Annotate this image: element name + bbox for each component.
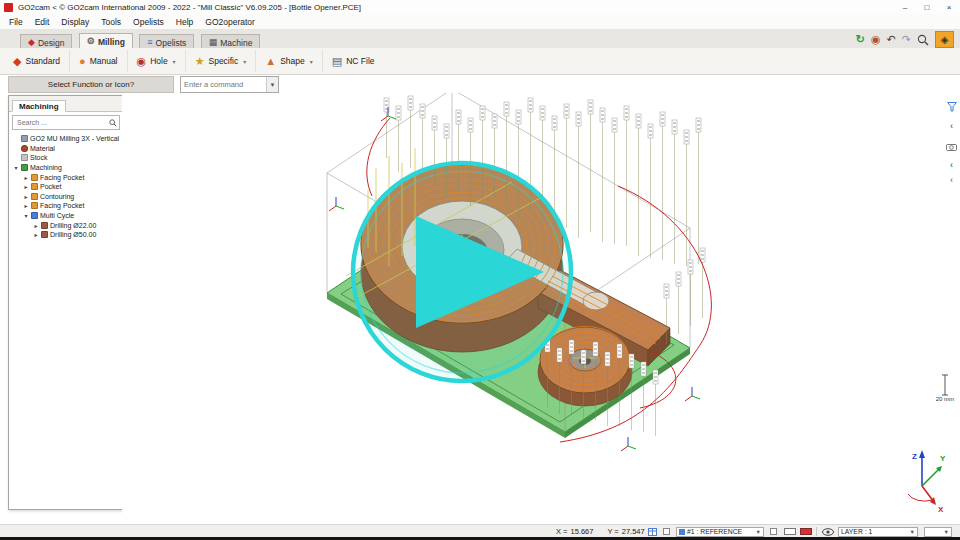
caret-collapsed-icon[interactable]: ▸ — [33, 222, 39, 229]
reference-dropdown[interactable]: #1 : REFERENCE ▼ — [676, 527, 764, 537]
active-view-tool-button[interactable]: ◈ — [935, 31, 954, 48]
menu-opelists[interactable]: Opelists — [127, 17, 170, 27]
extra-dropdown[interactable]: ▼ — [924, 527, 952, 537]
caret-expanded-icon[interactable]: ▾ — [23, 212, 29, 219]
tree-item-facing-pocket[interactable]: ▸ Facing Pocket — [9, 172, 123, 182]
drilling-icon — [41, 222, 48, 229]
chevron-down-icon[interactable]: ▼ — [266, 77, 278, 92]
color-swatch-red[interactable] — [800, 528, 812, 535]
zoom-icon[interactable] — [917, 34, 929, 46]
specific-icon: ★ — [195, 56, 205, 67]
button-label: Manual — [90, 56, 118, 66]
scale-label: 20 mm — [936, 396, 954, 402]
reference-icon — [679, 529, 685, 535]
menu-edit[interactable]: Edit — [29, 17, 56, 27]
pocket-icon — [31, 183, 38, 190]
machine-icon: ▦ — [209, 38, 218, 47]
tree-item-drilling-22[interactable]: ▸ Drilling Ø22.00 — [9, 220, 123, 230]
machining-icon — [21, 164, 28, 171]
tree-item-material[interactable]: Material — [9, 144, 123, 154]
reference-checkbox[interactable] — [663, 528, 670, 535]
standard-button[interactable]: ◆ Standard — [4, 50, 70, 72]
manual-button[interactable]: ● Manual — [70, 50, 128, 72]
x-label: X = — [556, 527, 567, 536]
tab-label: Opelists — [156, 38, 187, 48]
machining-panel: Machining GO2 MU Milling 3X - Vertical M… — [8, 95, 124, 510]
color-checkbox[interactable] — [770, 528, 777, 535]
caret-expanded-icon[interactable]: ▾ — [13, 164, 19, 171]
tree-item-pocket[interactable]: ▸ Pocket — [9, 182, 123, 192]
tree-item-label: Multi Cycle — [40, 212, 74, 219]
chevron-left-gray-icon[interactable]: ‹ — [950, 176, 953, 185]
milling-icon: ⚙ — [87, 37, 95, 46]
caret-collapsed-icon[interactable]: ▸ — [23, 174, 29, 181]
command-combobox[interactable]: ▼ — [180, 76, 279, 93]
refresh-icon[interactable]: ↻ — [856, 34, 865, 45]
drilling-icon — [41, 231, 48, 238]
tab-machining-panel[interactable]: Machining — [12, 100, 66, 112]
tree-item-label: Facing Pocket — [40, 202, 84, 209]
y-label: Y = — [607, 527, 618, 536]
caret-collapsed-icon[interactable]: ▸ — [33, 231, 39, 238]
camera-icon[interactable] — [946, 137, 957, 155]
tree-item-multi-cycle[interactable]: ▾ Multi Cycle — [9, 211, 123, 221]
tree-item-machining[interactable]: ▾ Machining — [9, 163, 123, 173]
tree-item-label: Facing Pocket — [40, 174, 84, 181]
facing-pocket-icon — [31, 174, 38, 181]
caret-collapsed-icon[interactable]: ▸ — [23, 193, 29, 200]
menu-tools[interactable]: Tools — [95, 17, 127, 27]
tab-label: Design — [38, 38, 64, 48]
y-value: 27.547 — [622, 527, 645, 536]
menu-display[interactable]: Display — [55, 17, 95, 27]
tree-item-drilling-50[interactable]: ▸ Drilling Ø50.00 — [9, 230, 123, 240]
tree-search-box[interactable] — [12, 115, 120, 130]
color-swatch-white[interactable] — [784, 528, 796, 535]
status-bar: X =15.667 Y =27.547 #1 : REFERENCE ▼ LAY… — [0, 524, 960, 538]
specific-button[interactable]: ★ Specific ▾ — [186, 50, 257, 72]
chevron-left-blue-icon[interactable]: ‹ — [950, 122, 953, 131]
menu-go2operator[interactable]: GO2operator — [199, 17, 261, 27]
select-tool-icon[interactable]: ◉ — [871, 34, 881, 45]
menu-file[interactable]: File — [3, 17, 29, 27]
tree-item-label: Contouring — [40, 193, 74, 200]
button-label: Specific — [209, 56, 239, 66]
caret-collapsed-icon[interactable]: ▸ — [23, 202, 29, 209]
undo-icon[interactable]: ↶ — [887, 34, 896, 45]
shape-button[interactable]: ▲ Shape ▾ — [256, 50, 323, 72]
filter-icon[interactable] — [947, 98, 957, 116]
tab-milling[interactable]: ⚙ Milling — [79, 33, 133, 50]
view-tools-row: ↻ ◉ ↶ ↷ ◈ — [856, 31, 954, 48]
chevron-left-green-icon[interactable]: ‹ — [950, 161, 953, 170]
opelists-icon: ≡ — [147, 38, 152, 47]
maximize-button[interactable]: □ — [916, 0, 938, 14]
tree-item-contouring[interactable]: ▸ Contouring — [9, 192, 123, 202]
tree-item-label: Stock — [30, 154, 48, 161]
tree-item-label: Material — [30, 145, 55, 152]
tree-item-facing-pocket-2[interactable]: ▸ Facing Pocket — [9, 201, 123, 211]
tree-item-stock[interactable]: Stock — [9, 153, 123, 163]
hole-button[interactable]: ◉ Hole ▾ — [128, 50, 186, 72]
button-label: Hole — [150, 56, 167, 66]
chevron-down-icon: ▼ — [910, 529, 915, 535]
tree-item-machine[interactable]: GO2 MU Milling 3X - Vertical — [9, 134, 123, 144]
viewport-canvas[interactable] — [122, 93, 945, 524]
close-button[interactable]: × — [938, 0, 960, 14]
tab-label: Machine — [220, 38, 252, 48]
tab-label: Milling — [98, 37, 125, 47]
redo-icon[interactable]: ↷ — [902, 34, 911, 45]
minimize-button[interactable]: – — [894, 0, 916, 14]
scale-indicator: 20 mm — [936, 374, 954, 402]
x-value: 15.667 — [570, 527, 593, 536]
command-input[interactable] — [181, 80, 266, 89]
command-prompt-label: Select Function or Icon? — [8, 76, 174, 93]
menu-help[interactable]: Help — [170, 17, 199, 27]
video-play-overlay[interactable] — [353, 163, 571, 381]
caret-collapsed-icon[interactable]: ▸ — [23, 183, 29, 190]
viewport-side-toolbar: ‹ ‹ ‹ — [945, 98, 958, 185]
layer-dropdown[interactable]: LAYER : 1 ▼ — [838, 527, 918, 537]
tree-item-label: Drilling Ø50.00 — [50, 231, 96, 238]
menu-bar: File Edit Display Tools Opelists Help GO… — [0, 14, 960, 30]
stock-icon — [21, 154, 28, 161]
nc-file-button[interactable]: ▤ NC File — [323, 50, 384, 72]
search-input[interactable] — [15, 118, 109, 127]
